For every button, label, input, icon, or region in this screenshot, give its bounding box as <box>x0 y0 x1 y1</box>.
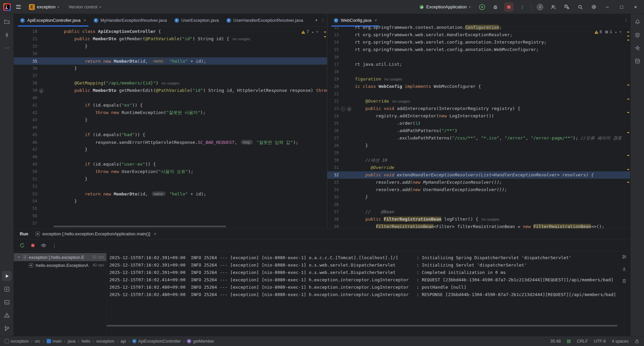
minimize-button[interactable]: − <box>602 4 612 10</box>
clear-console-button[interactable] <box>622 278 627 286</box>
code-editor-left[interactable]: 18 public class ApiExceptionController {… <box>14 27 327 227</box>
line-number[interactable]: 19 <box>327 75 339 83</box>
breadcrumb-item[interactable]: java <box>68 339 75 344</box>
console-horizontal-scrollbar[interactable] <box>107 325 618 327</box>
project-tool-button[interactable] <box>2 17 12 27</box>
line-number[interactable]: 43 <box>14 116 37 124</box>
inspections-widget-left[interactable]: 7 ▴ ▾ <box>299 29 320 35</box>
code-with-me-button[interactable] <box>549 2 558 12</box>
breadcrumb-item[interactable]: src <box>35 339 41 344</box>
breadcrumb-item[interactable]: CApiExceptionController <box>132 339 181 344</box>
stop-process-button[interactable] <box>29 241 37 250</box>
breadcrumb-item[interactable]: exception <box>5 339 29 344</box>
line-number[interactable]: 15 <box>327 46 339 53</box>
line-number[interactable]: 46 <box>14 139 37 146</box>
build-tool-button[interactable] <box>632 30 642 40</box>
gutter-mapping-icon[interactable]: @ <box>39 89 44 93</box>
console-filter-button[interactable] <box>622 254 627 262</box>
run-more-kebab-button[interactable]: ⋮ <box>518 2 527 12</box>
line-number[interactable]: 45 <box>14 131 37 138</box>
code-editor-right[interactable]: 12rt org.springframework.context.annotat… <box>327 23 630 228</box>
line-number[interactable]: 25 <box>327 120 339 127</box>
gutter-mapping-icon[interactable]: @ <box>347 107 352 111</box>
vcs-widget[interactable]: Version control ▾ <box>66 3 104 11</box>
next-problem-icon[interactable]: ▾ <box>316 30 318 34</box>
line-number[interactable]: 54 <box>14 197 37 205</box>
line-number[interactable]: 20 <box>327 83 339 90</box>
line-number[interactable]: 35 <box>14 58 37 65</box>
notifications-button[interactable] <box>632 17 642 27</box>
line-number[interactable]: 36 <box>14 65 37 72</box>
debug-button[interactable] <box>491 2 500 12</box>
line-number[interactable]: 57 <box>14 220 37 227</box>
editor-tab[interactable]: CApiExceptionController.java× <box>16 14 90 26</box>
terminal-tool-button[interactable] <box>2 297 12 307</box>
project-widget[interactable]: E exception ▾ <box>26 3 62 11</box>
rerun-button[interactable] <box>18 241 26 250</box>
next-problem-icon[interactable]: ▾ <box>620 30 621 34</box>
line-number[interactable]: 16 <box>327 53 339 61</box>
tab-options-kebab-icon[interactable]: ⋮ <box>624 18 628 23</box>
line-number[interactable]: 51 <box>14 175 37 183</box>
close-tab-icon[interactable]: × <box>375 18 377 23</box>
line-number[interactable]: 39 <box>327 223 339 228</box>
problems-tool-button[interactable] <box>2 310 12 320</box>
lock-icon[interactable] <box>635 339 639 344</box>
line-number[interactable]: 28 <box>327 142 339 149</box>
status-grid-icon[interactable] <box>567 339 571 343</box>
run-console-tab[interactable]: exception [:hello.exception.ExceptionApp… <box>36 231 156 236</box>
gutter-override-icon[interactable]: ↑ <box>340 107 345 111</box>
close-tab-icon[interactable]: × <box>84 18 86 23</box>
close-icon[interactable]: × <box>154 231 157 236</box>
line-number[interactable]: 38 <box>327 216 339 223</box>
editor-tab[interactable]: CUserHandlerExceptionResolver.java <box>223 14 307 26</box>
line-number[interactable]: 48 <box>14 153 37 161</box>
horizontal-scrollbar-left[interactable] <box>53 226 226 227</box>
close-button[interactable]: × <box>631 4 641 10</box>
line-number[interactable]: 22 <box>327 98 339 105</box>
line-number[interactable]: 27 <box>327 134 339 142</box>
run-configuration-selector[interactable]: ExceptionApplication ▾ <box>417 3 473 11</box>
run-button[interactable] <box>477 2 487 12</box>
chevron-down-icon[interactable]: ▾ <box>16 255 21 259</box>
line-number[interactable]: 12 <box>327 24 339 31</box>
scroll-to-end-button[interactable] <box>622 266 627 274</box>
breadcrumb-item[interactable]: mgetMember <box>187 339 214 344</box>
line-number[interactable]: 23 <box>327 105 339 112</box>
line-number[interactable]: 34 <box>327 186 339 193</box>
run-tree-item[interactable]: :hello.exception.ExceptionA40 sec <box>14 261 106 269</box>
breadcrumb-item[interactable]: exception <box>97 339 115 344</box>
services-tool-button[interactable] <box>2 284 12 294</box>
line-number[interactable]: 44 <box>14 124 37 131</box>
version-control-tool-button[interactable] <box>2 323 12 333</box>
line-number[interactable]: 40 <box>14 94 37 102</box>
line-number[interactable]: 29 <box>327 149 339 157</box>
run-console[interactable]: 2025-12-15T07:16:02.391+09:00 INFO 25264… <box>107 251 630 336</box>
main-menu-button[interactable] <box>15 4 22 10</box>
line-number[interactable]: 14 <box>327 39 339 46</box>
line-number[interactable]: 21 <box>327 90 339 98</box>
line-number[interactable]: 32 <box>327 171 339 179</box>
line-number[interactable]: 56 <box>14 212 37 220</box>
line-number[interactable]: 36 <box>327 201 339 208</box>
line-number[interactable]: 52 <box>14 183 37 190</box>
line-number[interactable]: 18 <box>327 68 339 75</box>
prev-problem-icon[interactable]: ▴ <box>312 30 314 34</box>
breadcrumb-item[interactable]: main <box>47 339 62 344</box>
ai-assistant-button[interactable] <box>632 43 642 53</box>
database-tool-button[interactable] <box>632 56 642 66</box>
stop-button[interactable] <box>504 2 514 12</box>
line-number[interactable]: 31 <box>327 164 339 171</box>
line-number[interactable]: 38 <box>14 79 37 87</box>
more-tool-windows-button[interactable]: ⋯ <box>2 43 12 53</box>
run-options-kebab-icon[interactable]: ⋮ <box>50 241 59 250</box>
file-encoding-widget[interactable]: UTF-8 <box>594 339 606 344</box>
line-number[interactable]: 39 <box>14 87 37 94</box>
line-number[interactable]: 21 <box>14 35 37 43</box>
line-number[interactable]: 53 <box>14 190 37 198</box>
line-number[interactable]: 13 <box>327 31 339 39</box>
line-number[interactable]: 47 <box>14 146 37 153</box>
breadcrumb-item[interactable]: hello <box>82 339 90 344</box>
line-number[interactable]: 50 <box>14 168 37 175</box>
line-number[interactable]: 24 <box>327 112 339 120</box>
